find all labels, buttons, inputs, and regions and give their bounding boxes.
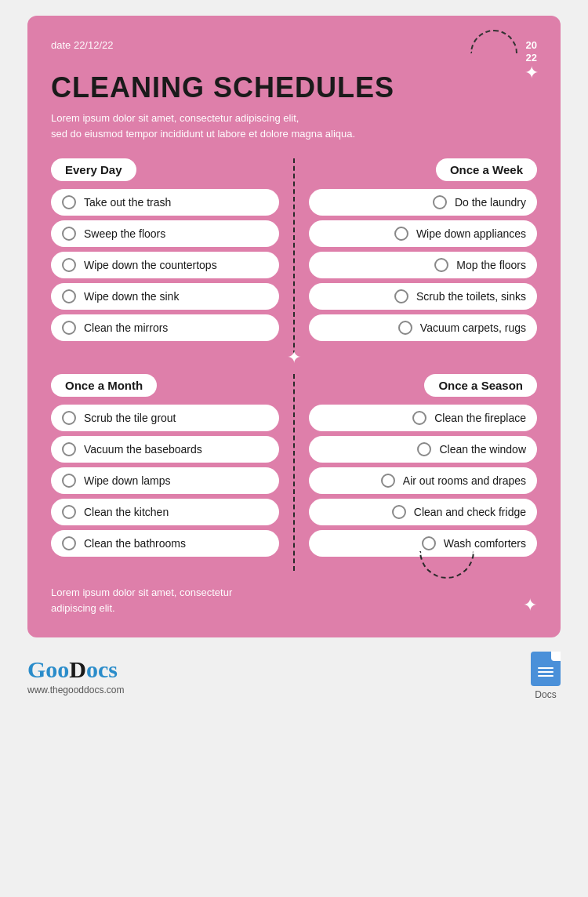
once-a-month-list: Scrub the tile grout Vacuum the baseboar… (51, 405, 279, 557)
checkbox-icon[interactable] (62, 227, 76, 241)
list-item[interactable]: Take out the trash (51, 189, 279, 216)
every-day-list: Take out the trash Sweep the floors Wipe… (51, 189, 279, 341)
star-footer-icon: ✦ (523, 595, 537, 616)
item-text: Vacuum the baseboards (84, 443, 202, 456)
list-item[interactable]: Clean the mirrors (51, 314, 279, 341)
checkbox-icon[interactable] (433, 195, 447, 209)
deco-arc-top (470, 30, 517, 53)
docs-icon-lines (538, 667, 554, 677)
once-a-season-list: Clean the fireplace Clean the window Air… (309, 405, 537, 557)
list-item[interactable]: Scrub the toilets, sinks (309, 283, 537, 310)
list-item[interactable]: Sweep the floors (51, 220, 279, 247)
once-a-month-header: Once a Month (51, 374, 157, 397)
date-label: date 22/12/22 (51, 39, 114, 51)
docs-icon (531, 652, 561, 686)
item-text: Clean the bathrooms (84, 537, 186, 550)
list-item[interactable]: Clean the window (309, 436, 537, 463)
list-item[interactable]: Scrub the tile grout (51, 405, 279, 431)
star-top-right-icon: ✦ (524, 63, 539, 83)
item-text: Vacuum carpets, rugs (420, 321, 526, 334)
brand-logo-d: D (69, 656, 86, 682)
branding-bar: GooDocs www.thegooddocs.com Docs (27, 637, 561, 708)
item-text: Sweep the floors (84, 227, 165, 240)
list-item[interactable]: Vacuum the baseboards (51, 436, 279, 463)
docs-line-1 (538, 667, 554, 669)
deco-arc-bottom (419, 551, 474, 579)
checkbox-icon[interactable] (394, 289, 408, 303)
list-item[interactable]: Vacuum carpets, rugs (309, 314, 537, 341)
checkbox-icon[interactable] (62, 442, 76, 456)
checkbox-icon[interactable] (62, 258, 76, 272)
once-a-month-section: Once a Month Scrub the tile grout Vacuum… (51, 374, 293, 571)
subtitle: Lorem ipsum dolor sit amet, consectetur … (51, 111, 537, 141)
docs-label: Docs (535, 689, 556, 700)
list-item[interactable]: Air out rooms and drapes (309, 467, 537, 494)
item-text: Mop the floors (456, 259, 526, 271)
brand-icon: Docs (531, 652, 561, 700)
year-label: 2022 (526, 39, 537, 64)
every-day-header: Every Day (51, 158, 136, 181)
bottom-sections: Once a Month Scrub the tile grout Vacuum… (51, 374, 537, 571)
list-item[interactable]: Wipe down the countertops (51, 252, 279, 278)
item-text: Scrub the tile grout (84, 412, 176, 424)
item-text: Wipe down the sink (84, 290, 179, 303)
checkbox-icon[interactable] (434, 258, 448, 272)
item-text: Wipe down the countertops (84, 259, 217, 271)
brand-logo-ocs: ocs (86, 656, 118, 682)
item-text: Scrub the toilets, sinks (416, 290, 526, 303)
checkbox-icon[interactable] (398, 321, 412, 335)
item-text: Wipe down lamps (84, 474, 171, 487)
card: date 22/12/22 2022 ✦ CLEANING SCHEDULES … (27, 16, 561, 637)
list-item[interactable]: Wipe down the sink (51, 283, 279, 310)
brand-url: www.thegooddocs.com (27, 685, 124, 695)
item-text: Air out rooms and drapes (403, 474, 526, 487)
list-item[interactable]: Mop the floors (309, 252, 537, 278)
list-item[interactable]: Wipe down lamps (51, 467, 279, 494)
page-wrapper: date 22/12/22 2022 ✦ CLEANING SCHEDULES … (0, 0, 588, 897)
list-item[interactable]: Do the laundry (309, 189, 537, 216)
checkbox-icon[interactable] (62, 505, 76, 519)
list-item[interactable]: Clean the fireplace (309, 405, 537, 431)
list-item[interactable]: Clean the kitchen (51, 499, 279, 525)
checkbox-icon[interactable] (62, 195, 76, 209)
footer-text: Lorem ipsum dolor sit amet, consectetura… (51, 585, 232, 616)
checkbox-icon[interactable] (417, 442, 431, 456)
item-text: Wash comforters (444, 537, 526, 550)
once-a-week-header: Once a Week (436, 158, 537, 181)
list-item[interactable]: Wipe down appliances (309, 220, 537, 247)
checkbox-icon[interactable] (381, 474, 395, 488)
item-text: Clean the mirrors (84, 321, 168, 334)
page-title: CLEANING SCHEDULES (51, 71, 537, 104)
item-text: Do the laundry (455, 196, 526, 209)
top-meta: date 22/12/22 2022 (51, 39, 537, 64)
item-text: Take out the trash (84, 196, 171, 209)
list-item[interactable]: Clean and check fridge (309, 499, 537, 525)
checkbox-icon[interactable] (62, 474, 76, 488)
docs-line-3 (538, 675, 554, 677)
top-sections: Every Day Take out the trash Sweep the f… (51, 158, 537, 355)
brand-left: GooDocs www.thegooddocs.com (27, 656, 124, 695)
checkbox-icon[interactable] (422, 536, 436, 550)
item-text: Wipe down appliances (416, 227, 526, 240)
brand-logo-goo: Goo (27, 656, 69, 682)
checkbox-icon[interactable] (392, 505, 406, 519)
docs-line-2 (538, 671, 554, 673)
checkbox-icon[interactable] (62, 321, 76, 335)
once-a-week-section: Once a Week Do the laundry Wipe down app… (295, 158, 537, 355)
checkbox-icon[interactable] (62, 411, 76, 425)
star-middle-icon: ✦ (287, 347, 301, 368)
checkbox-icon[interactable] (412, 411, 426, 425)
checkbox-icon[interactable] (62, 536, 76, 550)
brand-logo: GooDocs (27, 656, 124, 683)
once-a-week-list: Do the laundry Wipe down appliances Mop … (309, 189, 537, 341)
once-a-season-header: Once a Season (424, 374, 537, 397)
item-text: Clean the window (439, 443, 526, 456)
item-text: Clean the fireplace (434, 412, 526, 424)
every-day-section: Every Day Take out the trash Sweep the f… (51, 158, 293, 355)
footer-area: Lorem ipsum dolor sit amet, consectetura… (51, 585, 537, 616)
item-text: Clean the kitchen (84, 506, 169, 518)
list-item[interactable]: Clean the bathrooms (51, 530, 279, 557)
checkbox-icon[interactable] (62, 289, 76, 303)
checkbox-icon[interactable] (394, 227, 408, 241)
once-a-season-section: Once a Season Clean the fireplace Clean … (295, 374, 537, 571)
